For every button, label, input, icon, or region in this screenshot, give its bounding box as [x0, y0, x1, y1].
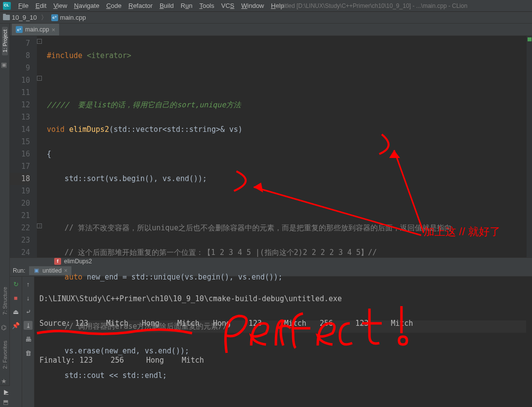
cpp-file-icon: c⁺: [51, 14, 58, 21]
run-toolbar-right: ↑ ↓ ⤶ ⤓ 🖶 🗑: [22, 277, 34, 407]
wrap-button[interactable]: ⤶: [24, 307, 33, 316]
tool-structure[interactable]: 7: Structure: [2, 284, 8, 318]
annotation-text: 加上这 // 就好了: [424, 225, 500, 238]
window-title-path: untitled [D:\LINUX\Study\C++Primer\ch10\…: [276, 2, 467, 9]
menu-run[interactable]: Run: [177, 2, 196, 9]
cpp-file-icon: c⁺: [16, 26, 23, 33]
tool-project[interactable]: 1: Project: [2, 27, 8, 55]
structure-icon: ⌬: [1, 324, 9, 332]
print-button[interactable]: 🖶: [24, 335, 33, 344]
stop-button[interactable]: ■: [11, 293, 20, 302]
nav-folder[interactable]: 10_9_10: [3, 14, 37, 21]
run-panel: Run: ▣ untitled × ↻ ■ ⏏ 📌 ↑ ↓ ⤶: [10, 265, 532, 407]
folder-icon: ▣: [1, 61, 9, 69]
exit-button[interactable]: ⏏: [11, 307, 20, 316]
code-editor[interactable]: 789 101112 131415 161718 192021 222324 -…: [10, 36, 532, 257]
menu-window[interactable]: Window: [238, 2, 267, 9]
error-stripe[interactable]: [526, 36, 532, 257]
menu-code[interactable]: Code: [103, 2, 125, 9]
navigation-bar: 10_9_10 〉 c⁺ main.cpp: [0, 12, 532, 24]
rerun-button[interactable]: ↻: [11, 280, 20, 288]
menu-view[interactable]: View: [50, 2, 70, 9]
tab-label: main.cpp: [25, 26, 49, 33]
menu-build[interactable]: Build: [156, 2, 177, 9]
console-output[interactable]: D:\LINUX\Study\C++Primer\ch10\10_9_10\cm…: [34, 277, 532, 407]
menu-vcs[interactable]: VCS: [218, 2, 238, 9]
up-button[interactable]: ↑: [24, 280, 33, 288]
trash-button[interactable]: 🗑: [24, 348, 33, 357]
menu-file[interactable]: File: [15, 2, 32, 9]
menu-refactor[interactable]: Refactor: [125, 2, 156, 9]
star-icon: ★: [1, 377, 9, 385]
info-icon: ⬒: [3, 399, 8, 406]
menu-edit[interactable]: Edit: [32, 2, 50, 9]
scroll-end-button[interactable]: ⤓: [24, 321, 33, 330]
menu-tools[interactable]: Tools: [196, 2, 218, 9]
run-toolbar-left: ↻ ■ ⏏ 📌: [10, 277, 22, 407]
pin-button[interactable]: 📌: [11, 321, 20, 330]
menu-navigate[interactable]: Navigate: [70, 2, 102, 9]
chevron-right-icon: 〉: [40, 13, 48, 22]
line-gutter: 789 101112 131415 161718 192021 222324: [10, 36, 37, 257]
close-icon[interactable]: ×: [52, 26, 56, 33]
menubar: File Edit View Navigate Code Refactor Bu…: [0, 0, 532, 12]
tab-main-cpp[interactable]: c⁺ main.cpp ×: [12, 24, 59, 35]
down-button[interactable]: ↓: [24, 293, 33, 302]
square-icon: ▣: [33, 267, 40, 274]
run-label: Run:: [13, 267, 25, 274]
app-logo-icon: [3, 2, 11, 10]
nav-file[interactable]: c⁺ main.cpp: [51, 14, 86, 21]
left-tool-stripe: 1: Project ▣ 7: Structure ⌬ 2: Favorites…: [0, 24, 10, 385]
nav-file-label: main.cpp: [60, 14, 86, 21]
tool-favorites[interactable]: 2: Favorites: [2, 338, 8, 372]
nav-folder-label: 10_9_10: [12, 14, 37, 21]
editor-tabbar: c⁺ main.cpp ×: [10, 24, 532, 36]
folder-icon: [3, 15, 10, 20]
